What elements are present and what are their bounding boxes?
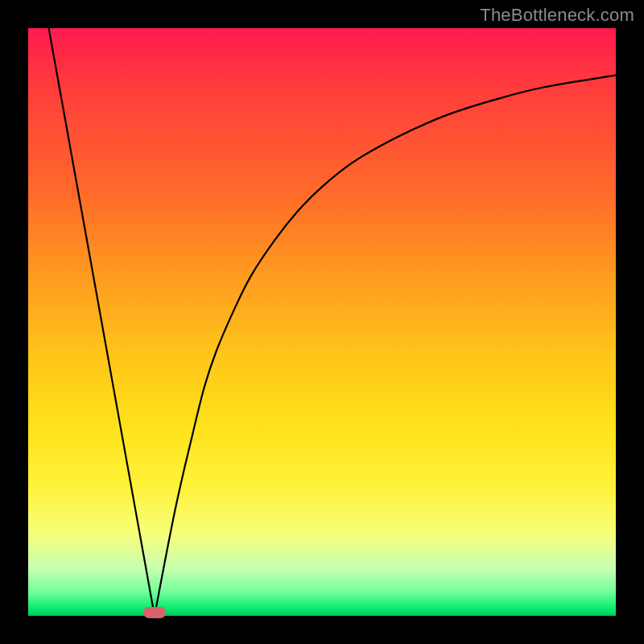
chart-curve	[28, 28, 616, 616]
bottleneck-marker	[143, 607, 166, 618]
chart-frame: TheBottleneck.com	[0, 0, 644, 644]
watermark-text: TheBottleneck.com	[480, 5, 634, 26]
plot-area	[28, 28, 616, 616]
